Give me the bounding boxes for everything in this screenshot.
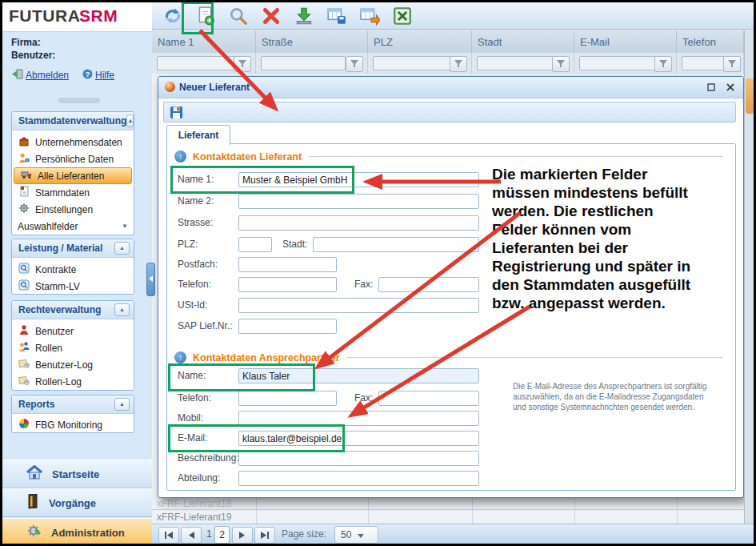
stamm-lv-icon: [18, 279, 30, 293]
refresh-icon[interactable]: [162, 5, 184, 27]
save-icon[interactable]: [170, 106, 183, 122]
excel-export-icon[interactable]: [391, 5, 414, 27]
maximize-icon[interactable]: [705, 81, 718, 94]
delete-icon[interactable]: [260, 5, 282, 27]
panel-collapse-handle[interactable]: [146, 263, 155, 296]
sidebar-item-rollen-log[interactable]: Rollen-Log: [12, 373, 134, 390]
group-header[interactable]: Reports ▲: [12, 395, 134, 414]
collapse-arrow-icon[interactable]: ▲: [114, 398, 130, 411]
column-header-stadt[interactable]: Stadt: [472, 30, 574, 53]
filter-input-stadt[interactable]: [477, 56, 554, 70]
contracts-icon: [18, 263, 30, 276]
sidebar-item-stamm-lv[interactable]: Stamm-LV: [12, 278, 134, 295]
grid-save-icon[interactable]: [326, 5, 348, 27]
sidebar-item-startseite[interactable]: Startseite: [2, 460, 152, 488]
stadt-input[interactable]: [313, 237, 479, 252]
collapse-up-icon[interactable]: ↑: [174, 351, 186, 363]
item-label: Rollen: [35, 343, 62, 354]
help-link[interactable]: ? Hilfe: [82, 68, 114, 82]
personal-data-icon: i: [18, 152, 30, 166]
sidebar-horizontal-splitter[interactable]: [58, 98, 100, 103]
plz-input[interactable]: [238, 237, 272, 252]
filter-funnel-icon[interactable]: [450, 56, 467, 72]
column-header-telefon[interactable]: Telefon: [677, 30, 744, 53]
sidebar-item-vorgaenge[interactable]: Vorgänge: [2, 488, 152, 517]
field-label-name1: Name 1:: [178, 174, 214, 185]
vertical-scrollbar[interactable]: [744, 30, 754, 524]
filter-funnel-icon[interactable]: [234, 56, 251, 72]
filter-input-email[interactable]: [579, 56, 656, 70]
sidebar-item-alle-lieferanten[interactable]: Alle Lieferanten: [14, 167, 132, 184]
prev-page-icon[interactable]: [181, 527, 202, 544]
next-page-icon[interactable]: [232, 527, 253, 544]
item-label: Stamm-LV: [35, 281, 80, 292]
grid-export-icon[interactable]: [358, 5, 381, 27]
filter-input-name1[interactable]: [157, 56, 235, 70]
new-supplier-icon[interactable]: [194, 5, 217, 27]
page-number-2-current[interactable]: 2: [214, 526, 230, 544]
sidebar-item-stammdaten[interactable]: Stammdaten: [12, 184, 134, 201]
sidebar-item-kontrakte[interactable]: Kontrakte: [12, 261, 134, 278]
ap-email-input[interactable]: [238, 431, 479, 446]
group-header[interactable]: Leistung / Material ▲: [12, 239, 134, 258]
group-header[interactable]: Rechteverwaltung ▲: [12, 301, 134, 319]
collapse-up-icon[interactable]: ↑: [174, 151, 186, 163]
ap-abteilung-input[interactable]: [238, 471, 479, 486]
telefon-input[interactable]: [238, 277, 337, 292]
sidebar-item-einstellungen[interactable]: Einstellungen: [12, 201, 134, 218]
scrollbar-thumb[interactable]: [746, 78, 754, 114]
filter-funnel-icon[interactable]: [723, 56, 741, 72]
field-label-ap-abteilung: Abteilung:: [178, 472, 220, 484]
close-icon[interactable]: [724, 81, 737, 94]
filter-funnel-icon[interactable]: [346, 56, 363, 72]
column-header-plz[interactable]: PLZ: [368, 30, 472, 53]
ap-telefon-input[interactable]: [238, 391, 337, 406]
page-size-dropdown[interactable]: 50: [334, 526, 378, 544]
ap-name-input[interactable]: [238, 368, 479, 383]
name2-input[interactable]: [238, 194, 479, 209]
ap-beschreibung-input[interactable]: [238, 451, 479, 466]
last-page-icon[interactable]: [254, 527, 275, 544]
sidebar-item-persoenliche-daten[interactable]: i Persönliche Daten: [12, 151, 134, 167]
collapse-arrow-icon[interactable]: ▲: [114, 242, 130, 255]
filter-funnel-icon[interactable]: [552, 56, 570, 72]
sidebar-item-benutzer-log[interactable]: Benutzer-Log: [12, 356, 134, 373]
table-row[interactable]: xFRF-Lieferant19: [157, 512, 231, 523]
collapse-arrow-icon[interactable]: ▲: [114, 303, 130, 316]
fax-input[interactable]: [378, 277, 479, 292]
sidebar-item-rollen[interactable]: Rollen: [12, 339, 134, 356]
name1-input[interactable]: [238, 172, 479, 187]
sap-liefnr-input[interactable]: [238, 319, 337, 334]
logout-link[interactable]: Abmelden: [12, 68, 69, 82]
dialog-titlebar[interactable]: Neuer Lieferant: [158, 77, 743, 98]
table-row[interactable]: xFRF-Lieferant18: [157, 498, 231, 509]
filter-cell: [256, 53, 368, 74]
ap-mobil-input[interactable]: [238, 411, 479, 426]
tab-lieferant[interactable]: Lieferant: [166, 125, 230, 146]
filter-cell: [152, 53, 256, 74]
sidebar-item-auswahlfelder[interactable]: Auswahlfelder ▼: [12, 218, 134, 235]
filter-funnel-icon[interactable]: [654, 56, 672, 72]
filter-input-strasse[interactable]: [261, 56, 346, 70]
import-icon[interactable]: [293, 5, 315, 27]
first-page-icon[interactable]: [158, 527, 179, 544]
filter-input-plz[interactable]: [373, 56, 451, 70]
column-header-strasse[interactable]: Straße: [256, 30, 368, 53]
page-number-1[interactable]: 1: [206, 528, 212, 540]
sidebar-item-fbg-monitoring[interactable]: FBG Monitoring: [12, 416, 134, 433]
filter-input-telefon[interactable]: [682, 56, 725, 70]
column-header-name1[interactable]: Name 1: [152, 30, 256, 53]
collapse-arrow-icon[interactable]: ▲: [126, 114, 134, 127]
column-label: E-Mail: [580, 36, 610, 48]
sidebar-item-unternehmensdaten[interactable]: Unternehmensdaten: [12, 134, 134, 151]
search-icon[interactable]: [227, 5, 250, 27]
ap-fax-input[interactable]: [378, 391, 479, 406]
masterdata-icon: [18, 186, 30, 199]
strasse-input[interactable]: [238, 215, 479, 231]
column-header-email[interactable]: E-Mail: [574, 30, 677, 53]
sidebar-item-administration[interactable]: Administration: [2, 518, 152, 546]
ustid-input[interactable]: [238, 298, 479, 313]
group-header[interactable]: Stammdatenverwaltung ▲: [12, 112, 134, 130]
sidebar-item-benutzer[interactable]: Benutzer: [12, 323, 134, 339]
postfach-input[interactable]: [238, 257, 337, 272]
